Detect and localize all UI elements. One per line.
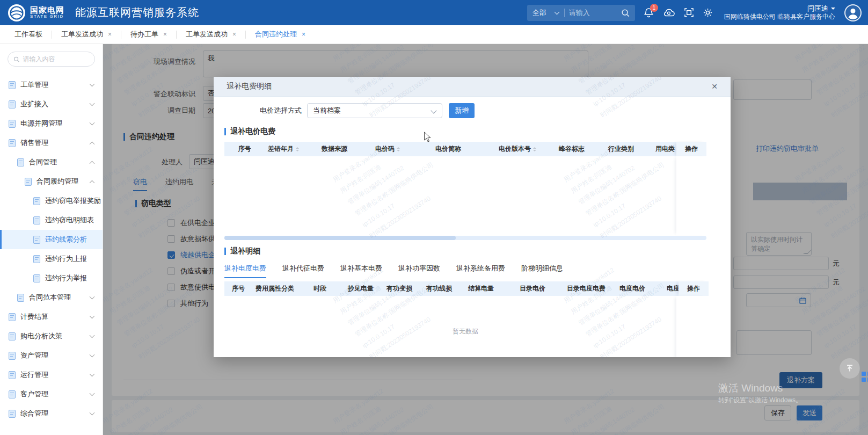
cloud-icon[interactable] (662, 8, 675, 17)
page-tab[interactable]: 工单发送成功 × (52, 31, 121, 39)
sidebar-item[interactable]: 合同履约管理 (0, 172, 103, 191)
page-tab[interactable]: 合同违约处理 × (246, 31, 315, 39)
table-column-header: 结算电量 (465, 281, 516, 296)
search-icon[interactable] (621, 9, 630, 17)
close-icon[interactable]: × (302, 31, 305, 38)
sidebar-item[interactable]: 工单管理 (0, 75, 103, 95)
refund-detail-tab[interactable]: 阶梯明细信息 (521, 264, 563, 278)
table-column-header: 目录电度电费 (564, 281, 616, 296)
sidebar-item[interactable]: 违约行为上报 (0, 249, 103, 269)
back-to-top-button[interactable] (840, 358, 860, 379)
sidebar-item-label: 合同范本管理 (29, 293, 71, 302)
sidebar-item[interactable]: 资产管理 (0, 346, 103, 365)
scrollbar-thumb[interactable] (224, 236, 456, 240)
sidebar-item[interactable]: 综合管理 (0, 404, 103, 423)
page-tab[interactable]: 工作看板 (5, 31, 52, 39)
table-column-header: 电度 (663, 281, 679, 296)
search-scope-select[interactable]: 全部 (533, 8, 564, 18)
refund-detail-tabs: 退补电度电费 退补代征电费 退补基本电费 退补功率因数 退补系统备用费 阶梯明细… (224, 264, 720, 278)
user-name: 闫匡迪 (807, 4, 828, 13)
document-icon (9, 352, 16, 360)
document-icon (9, 120, 16, 128)
table-column-header: 费用属性分类 (252, 281, 310, 296)
refund-detail-table-body: 暂无数据 (224, 296, 706, 357)
sidebar-item[interactable]: 计费结算 (0, 307, 103, 327)
sidebar-item[interactable]: 销售管理 (0, 133, 103, 153)
refund-detail-tab[interactable]: 退补功率因数 (398, 264, 440, 278)
floating-grid-icon[interactable] (862, 372, 868, 382)
sidebar-item[interactable]: 违约窃电举报奖励 (0, 191, 103, 211)
refund-detail-tab[interactable]: 退补代征电费 (282, 264, 324, 278)
add-button[interactable]: 新增 (449, 103, 475, 118)
sidebar: 工单管理 业扩接入 电源并网管理 销售管理 合同管理 合同履约管理 (0, 44, 103, 435)
sort-icon[interactable] (397, 146, 400, 153)
modal-body: 电价选择方式 当前档案 新增 退补电价电费 序号 差错年月 数据来源 (214, 97, 731, 357)
refund-detail-table-header: 序号 费用属性分类 时段 抄见电量 有功变损 有功线损 (224, 281, 706, 296)
sidebar-search-input[interactable] (23, 55, 89, 63)
price-mode-value: 当前档案 (313, 106, 341, 115)
sidebar-item[interactable]: 合同范本管理 (0, 288, 103, 307)
chevron-down-icon (554, 9, 559, 15)
sidebar-item-label: 违约窃电明细表 (45, 215, 94, 225)
document-icon (33, 197, 40, 205)
page-tab-label: 合同违约处理 (255, 30, 297, 39)
sidebar-item-label: 合同管理 (29, 157, 57, 167)
page-tab[interactable]: 待办工单 × (121, 31, 177, 39)
document-icon (9, 390, 16, 398)
refund-detail-tab[interactable]: 退补基本电费 (340, 264, 382, 278)
sort-icon[interactable] (533, 146, 536, 153)
sidebar-item[interactable]: 违约线索分析 (0, 230, 103, 249)
refund-price-table-header: 序号 差错年月 数据来源 电价码 电价简称 电价版本号 (224, 142, 706, 156)
sidebar-item-label: 违约行为举报 (45, 273, 87, 283)
avatar[interactable] (844, 4, 862, 21)
user-org-block[interactable]: 闫匡迪 国网临猗供电公司 临猗县客户服务中心 (724, 4, 835, 21)
table-column-header: 抄见电量 (345, 281, 383, 296)
modal-header: 退补电费明细 ✕ (214, 77, 731, 97)
settings-gear-icon[interactable] (703, 8, 713, 18)
page-tab-label: 待办工单 (130, 30, 158, 39)
table-column-header: 目录电价 (516, 281, 564, 296)
fullscreen-icon[interactable] (684, 8, 694, 17)
refund-fee-detail-modal: 退补电费明细 ✕ 电价选择方式 当前档案 新增 退补电价电费 序号 差错年月 (214, 77, 731, 357)
refund-detail-tab[interactable]: 退补系统备用费 (456, 264, 505, 278)
table-column-header: 电价码 (372, 142, 432, 156)
sidebar-item-label: 计费结算 (20, 312, 48, 322)
sidebar-item-label: 电源并网管理 (20, 119, 62, 128)
sidebar-item[interactable]: 业扩接入 (0, 95, 103, 114)
sidebar-item-label: 综合管理 (20, 409, 48, 418)
sidebar-item-label: 违约行为上报 (45, 254, 87, 264)
empty-state-text: 暂无数据 (224, 327, 706, 336)
sidebar-item-label: 销售管理 (20, 138, 48, 148)
table-column-header: 电价简称 (432, 142, 495, 156)
sidebar-item[interactable]: 购电分析决策 (0, 327, 103, 346)
refund-detail-tab[interactable]: 退补电度电费 (224, 264, 266, 278)
fixed-operation-column (676, 296, 706, 357)
close-icon[interactable]: × (108, 31, 112, 38)
sidebar-item[interactable]: 违约窃电明细表 (0, 211, 103, 230)
notification-bell-icon[interactable]: 1 (644, 8, 653, 18)
modal-title: 退补电费明细 (227, 82, 272, 91)
sidebar-item[interactable]: 违约行为举报 (0, 269, 103, 288)
page-tab-label: 工单发送成功 (61, 30, 103, 39)
document-icon (17, 158, 24, 166)
chevron-icon (90, 352, 95, 358)
sidebar-item[interactable]: 合同管理 (0, 153, 103, 172)
sidebar-item[interactable]: 电源并网管理 (0, 114, 103, 133)
price-mode-select[interactable]: 当前档案 (307, 103, 442, 118)
close-icon[interactable]: × (163, 31, 167, 38)
table-column-header: 差错年月 (265, 142, 318, 156)
chevron-icon (90, 101, 95, 106)
fixed-operation-column (676, 156, 706, 235)
search-input[interactable] (565, 9, 621, 17)
sidebar-item[interactable]: 运行管理 (0, 365, 103, 385)
page-tab[interactable]: 工单发送成功 × (177, 31, 246, 39)
document-icon (17, 294, 24, 302)
page-tab-label: 工单发送成功 (186, 30, 228, 39)
sidebar-item-label: 资产管理 (20, 351, 48, 360)
close-icon[interactable]: ✕ (711, 82, 718, 91)
sort-icon[interactable] (296, 146, 299, 153)
windows-activation-line2: 转到“设置”以激活 Windows。 (718, 396, 802, 405)
sidebar-item[interactable]: 客户管理 (0, 385, 103, 404)
document-icon (33, 216, 40, 224)
close-icon[interactable]: × (232, 31, 236, 38)
